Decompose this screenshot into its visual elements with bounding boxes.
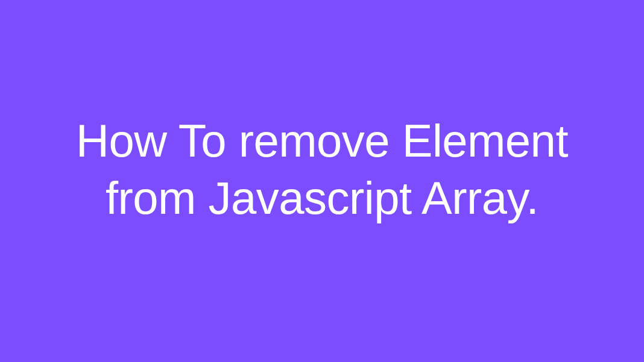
title-heading: How To remove Element from Javascript Ar… [76,112,568,226]
title-line-2: from Javascript Array. [106,172,538,223]
title-line-1: How To remove Element [76,115,568,166]
